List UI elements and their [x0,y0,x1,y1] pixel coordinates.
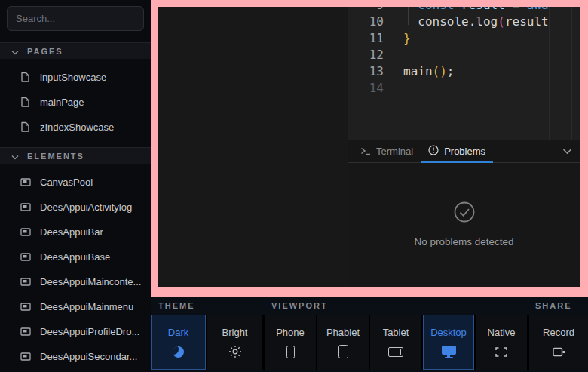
sidebar-item-mainpage[interactable]: mainPage [0,90,151,115]
sidebar-item-label: DeesAppuiBar [40,226,103,238]
check-circle-icon [452,200,476,227]
desktop-icon [442,344,456,359]
line-number: 11 [348,30,384,47]
code-line: 10 console.log(result [348,14,580,30]
element-icon [20,352,31,361]
element-icon [20,278,31,286]
panel-collapse-button[interactable] [562,148,572,155]
toolbar-group-theme: DarkBright [151,315,262,370]
sidebar-item-inputshowcase[interactable]: inputShowcase [0,65,151,90]
tablet-icon [388,344,403,359]
native-button[interactable]: Native [476,315,527,370]
toolbar-buttons: DarkBrightPhonePhabletTabletDesktopNativ… [151,315,588,370]
toolbar-button-label: Bright [222,327,248,338]
bright-button[interactable]: Bright [207,315,262,370]
sidebar-item-deesappuimainconte[interactable]: DeesAppuiMainconte... [0,269,151,294]
tablet-button[interactable]: Tablet [370,315,421,370]
bottom-toolbar: THEMEVIEWPORTSHARE DarkBrightPhonePhable… [151,297,588,372]
sidebar-item-deesappuibar[interactable]: DeesAppuiBar [0,220,151,244]
toolbar-group-label-viewport: VIEWPORT [271,301,328,310]
search-input[interactable] [7,6,144,31]
element-icon [20,178,31,186]
editor-lines: 9 const result = awa10 console.log(resul… [348,7,580,97]
doc-icon [20,72,31,83]
problems-panel: No problems detected [348,163,580,287]
sidebar-item-label: mainPage [40,97,84,108]
terminal-icon [360,145,371,158]
sidebar-item-label: zIndexShowcase [40,121,114,133]
sidebar-item-label: CanvasPool [40,177,93,188]
line-number: 13 [348,63,384,80]
code-line: 13main(); [348,63,580,80]
sidebar-item-canvaspool[interactable]: CanvasPool [0,170,151,195]
code-token: const [418,7,461,12]
code-token [403,14,418,29]
panel-tabbar: TerminalProblems [348,140,580,163]
sidebar-item-zindexshowcase[interactable]: zIndexShowcase [0,115,151,140]
line-number: 14 [348,80,384,97]
section-header-pages[interactable]: PAGES [0,42,151,59]
sidebar: PAGESinputShowcasemainPagezIndexShowcase… [0,0,151,372]
code-line: 9 const result = awa [348,7,580,14]
problems-icon [428,145,439,158]
toolbar-button-label: Dark [168,327,188,338]
search-container [0,0,151,31]
sidebar-item-label: DeesAppuiBase [40,251,110,263]
toolbar-button-label: Record [543,327,574,338]
editor-divider [549,7,550,140]
sidebar-item-deesappuimainmenu[interactable]: DeesAppuiMainmenu [0,294,151,319]
record-button[interactable]: Record [529,315,588,370]
phablet-button[interactable]: Phablet [317,315,369,370]
doc-icon [20,97,31,108]
section-items-elements: CanvasPoolDeesAppuiActivitylogDeesAppuiB… [0,164,151,369]
moon-icon [173,344,184,359]
sun-icon [228,344,242,359]
line-number: 10 [348,14,384,30]
preview-canvas: 9 const result = awa10 console.log(resul… [158,7,580,287]
doc-icon [20,121,31,133]
toolbar-header: THEMEVIEWPORTSHARE [151,297,588,315]
element-icon [20,253,31,261]
code-token: } [403,31,411,45]
code-token: result [461,7,512,12]
code-token: = [513,7,527,12]
toolbar-group-viewport: PhonePhabletTabletDesktopNative [265,315,527,370]
tab-problems[interactable]: Problems [421,140,493,162]
sidebar-section-pages: PAGESinputShowcasemainPagezIndexShowcase [0,42,151,140]
code-token: result [505,14,549,29]
toolbar-button-label: Desktop [430,327,467,338]
element-icon [20,303,31,311]
phone-button[interactable]: Phone [265,315,316,370]
toolbar-group-label-theme: THEME [158,301,195,310]
code-editor[interactable]: 9 const result = awa10 console.log(resul… [348,7,580,140]
desktop-button[interactable]: Desktop [423,315,474,370]
line-number: 9 [348,7,384,14]
dark-button[interactable]: Dark [151,315,206,370]
code-token: () [433,64,447,78]
sidebar-item-deesappuiprofiledro[interactable]: DeesAppuiProfileDro... [0,319,151,344]
phone-icon [286,344,295,359]
phablet-icon [338,344,348,359]
record-icon [553,344,565,359]
chevron-down-icon [11,45,19,58]
tab-terminal[interactable]: Terminal [360,140,421,162]
toolbar-button-label: Phone [276,327,305,338]
code-text: } [403,30,411,47]
sidebar-item-label: DeesAppuiSecondar... [40,351,137,362]
sidebar-item-deesappuisecondar[interactable]: DeesAppuiSecondar... [0,344,151,369]
preview-frame: 9 const result = awa10 console.log(resul… [151,0,588,297]
section-label: ELEMENTS [27,152,84,161]
section-items-pages: inputShowcasemainPagezIndexShowcase [0,59,151,140]
sidebar-item-deesappuiactivitylog[interactable]: DeesAppuiActivitylog [0,195,151,220]
editor-scrollbar[interactable] [571,7,572,140]
indent-guide [408,7,409,25]
code-token: main [403,64,433,78]
sidebar-item-deesappuibase[interactable]: DeesAppuiBase [0,244,151,269]
problems-empty-text: No problems detected [414,236,513,247]
code-line: 14 [348,80,580,97]
sidebar-divider [0,38,151,38]
sidebar-section-elements: ELEMENTSCanvasPoolDeesAppuiActivitylogDe… [0,147,151,369]
code-line: 11} [348,30,580,47]
section-header-elements[interactable]: ELEMENTS [0,147,151,164]
tab-label: Problems [444,146,485,157]
